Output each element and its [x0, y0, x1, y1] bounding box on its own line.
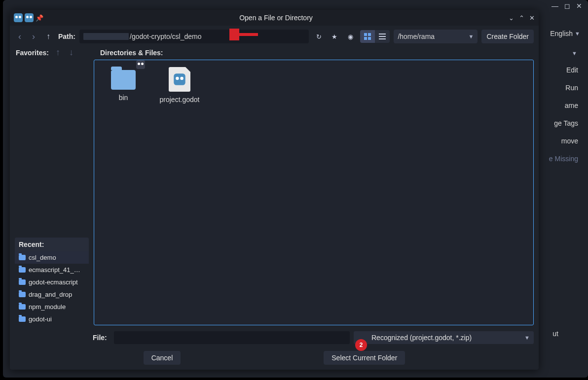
create-folder-button[interactable]: Create Folder — [481, 30, 534, 43]
recent-item[interactable]: csl_demo — [15, 251, 89, 264]
grid-icon — [364, 33, 371, 40]
drive-select[interactable]: /home/rama ▼ — [394, 30, 478, 43]
path-text: /godot-crypto/csl_demo — [130, 33, 202, 40]
dialog-buttons: Cancel Select Current Folder — [10, 346, 539, 370]
file-name-input[interactable] — [114, 331, 350, 344]
grid-view-button[interactable] — [360, 30, 375, 43]
nav-forward-button[interactable]: › — [29, 30, 38, 43]
left-column: Recent: csl_demo ecmascript_41_… godot-e… — [15, 60, 89, 325]
dialog-title: Open a File or Directory — [43, 14, 509, 22]
file-row: File: Recognized (project.godot, *.zip) … — [10, 329, 539, 346]
folder-icon — [19, 304, 26, 310]
parent-maximize-icon[interactable]: ◻ — [564, 2, 570, 10]
pin-icon[interactable]: 📌 — [36, 14, 43, 22]
file-item-folder[interactable]: bin — [101, 67, 146, 104]
godot-icon — [14, 13, 23, 22]
recent-item-label: csl_demo — [29, 254, 56, 261]
list-view-button[interactable] — [375, 30, 390, 43]
path-redacted-segment — [83, 33, 129, 40]
recent-item[interactable]: godot-ecmascript — [15, 276, 89, 288]
recent-item-label: npm_module — [29, 303, 66, 311]
dialog-body: Recent: csl_demo ecmascript_41_… godot-e… — [10, 60, 539, 329]
dialog-titlebar: 📌 Open a File or Directory ⌄ ⌃ ✕ — [10, 10, 539, 26]
recent-item-label: ecmascript_41_… — [29, 266, 80, 274]
file-filter-value: Recognized (project.godot, *.zip) — [371, 334, 472, 342]
godot-icon — [25, 13, 34, 22]
recent-list: csl_demo ecmascript_41_… godot-ecmascrip… — [15, 251, 89, 325]
parent-close-icon[interactable]: ✕ — [576, 2, 582, 10]
language-selector[interactable]: English ▼ — [550, 30, 580, 37]
folder-icon — [19, 267, 26, 273]
folder-icon — [111, 70, 136, 90]
dirs-files-header: Directories & Files: — [100, 49, 163, 57]
favorite-icon[interactable]: ★ — [329, 31, 340, 42]
file-item-label: bin — [119, 94, 128, 102]
language-label: English — [550, 30, 573, 37]
file-browser[interactable]: bin project.godot — [94, 60, 534, 325]
refresh-icon[interactable]: ↻ — [313, 31, 325, 42]
chevron-down-icon: ▼ — [524, 335, 530, 341]
folder-icon — [19, 292, 26, 297]
recent-item-label: godot-ecmascript — [29, 278, 78, 286]
recent-item-label: drag_and_drop — [29, 291, 72, 298]
show-hidden-icon[interactable]: ◉ — [344, 31, 356, 42]
list-icon — [379, 34, 386, 39]
parent-minimize-icon[interactable]: — — [551, 2, 558, 10]
chevron-down-icon: ▼ — [469, 34, 474, 39]
folder-icon — [19, 316, 26, 322]
file-item-label: project.godot — [160, 96, 200, 104]
recent-header: Recent: — [15, 238, 89, 251]
minimize-icon[interactable]: ⌄ — [509, 14, 514, 22]
file-dialog: 📌 Open a File or Directory ⌄ ⌃ ✕ ‹ › ↑ P… — [10, 10, 539, 370]
about-button[interactable]: ut — [552, 330, 558, 338]
recent-item-label: godot-ui — [29, 315, 52, 323]
folder-icon — [19, 255, 26, 260]
recent-item[interactable]: ecmascript_41_… — [15, 264, 89, 276]
maximize-icon[interactable]: ⌃ — [519, 14, 524, 22]
panel-headers: Favorites: ↑ ↓ Directories & Files: — [10, 45, 539, 60]
favorite-move-down-icon[interactable]: ↓ — [67, 47, 75, 58]
favorites-header: Favorites: — [16, 49, 49, 57]
select-folder-button[interactable]: Select Current Folder — [324, 351, 405, 365]
nav-up-button[interactable]: ↑ — [42, 31, 54, 42]
drive-select-value: /home/rama — [398, 33, 435, 40]
file-label: File: — [93, 334, 110, 342]
recent-item[interactable]: drag_and_drop — [15, 288, 89, 301]
chevron-down-icon: ▼ — [575, 31, 580, 36]
recent-item[interactable]: godot-ui — [15, 313, 89, 325]
filter-chevron-icon[interactable]: ▼ — [572, 49, 577, 57]
cancel-button[interactable]: Cancel — [144, 351, 181, 365]
godot-project-icon — [169, 67, 190, 92]
path-label: Path: — [58, 33, 75, 40]
recent-item[interactable]: npm_module — [15, 301, 89, 313]
folder-icon — [19, 279, 26, 285]
file-item-project[interactable]: project.godot — [157, 67, 202, 104]
favorite-move-up-icon[interactable]: ↑ — [54, 47, 62, 58]
dialog-toolbar: ‹ › ↑ Path: /godot-crypto/csl_demo ↻ ★ ◉… — [10, 26, 539, 45]
view-mode-toggle — [360, 30, 390, 43]
close-icon[interactable]: ✕ — [529, 14, 535, 22]
path-input[interactable]: /godot-crypto/csl_demo — [79, 30, 309, 43]
file-filter-select[interactable]: Recognized (project.godot, *.zip) ▼ — [354, 331, 534, 344]
nav-back-button[interactable]: ‹ — [15, 30, 25, 43]
favorites-list[interactable] — [15, 60, 89, 238]
parent-window-controls: — ◻ ✕ — [551, 2, 582, 10]
